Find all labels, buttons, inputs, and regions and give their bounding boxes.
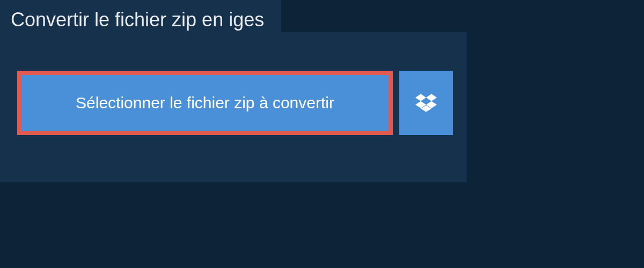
select-file-button[interactable]: Sélectionner le fichier zip à convertir — [17, 71, 393, 135]
upload-button-row: Sélectionner le fichier zip à convertir — [17, 71, 453, 135]
select-file-label: Sélectionner le fichier zip à convertir — [76, 94, 334, 112]
dropbox-button[interactable] — [399, 71, 453, 135]
page-title: Convertir le fichier zip en iges — [0, 0, 281, 40]
converter-panel: Convertir le fichier zip en iges Sélecti… — [0, 32, 467, 182]
dropbox-icon — [415, 92, 437, 114]
